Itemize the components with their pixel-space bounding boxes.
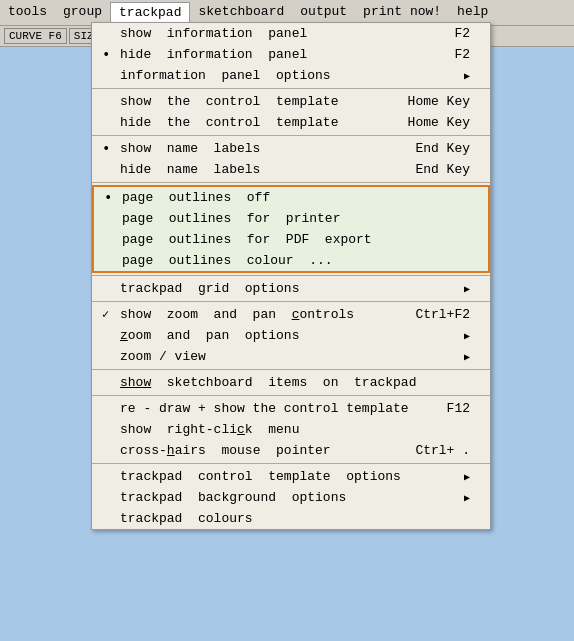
separator-8 — [92, 463, 490, 464]
menu-item-right-click-menu[interactable]: show right-click menu — [92, 419, 490, 440]
menu-item-zoom-options[interactable]: zoom and pan options ▶ — [92, 325, 490, 346]
menu-item-show-info[interactable]: show information panel F2 — [92, 23, 490, 44]
menu-item-label: hide the control template — [120, 115, 338, 130]
menu-item-shortcut: Home Key — [408, 94, 470, 109]
menu-item-label: information panel options — [120, 68, 331, 83]
menu-item-zoom-view[interactable]: zoom / view ▶ — [92, 346, 490, 367]
menu-item-background-options[interactable]: trackpad background options ▶ — [92, 487, 490, 508]
separator-2 — [92, 135, 490, 136]
page-outlines-section: page outlines off page outlines for prin… — [92, 185, 490, 273]
menu-item-label: trackpad background options — [120, 490, 346, 505]
menu-item-label: page outlines colour ... — [122, 253, 333, 268]
menu-item-label: show the control template — [120, 94, 338, 109]
menu-item-label: show information panel — [120, 26, 307, 41]
separator-7 — [92, 395, 490, 396]
menu-item-redraw[interactable]: re - draw + show the control template F1… — [92, 398, 490, 419]
arrow-icon: ▶ — [464, 471, 470, 483]
menu-trackpad[interactable]: trackpad — [110, 2, 190, 23]
menu-item-show-template[interactable]: show the control template Home Key — [92, 91, 490, 112]
separator-4 — [92, 275, 490, 276]
menu-item-label: show sketchboard items on trackpad — [120, 375, 416, 390]
menu-sketchboard[interactable]: sketchboard — [190, 2, 292, 23]
menu-item-label: zoom and pan options — [120, 328, 299, 343]
menu-item-label: show right-click menu — [120, 422, 299, 437]
menu-item-label: trackpad control template options — [120, 469, 401, 484]
menu-item-show-labels[interactable]: show name labels End Key — [92, 138, 490, 159]
separator-3 — [92, 182, 490, 183]
menu-item-label: hide information panel — [120, 47, 307, 62]
menu-item-label: page outlines for PDF export — [122, 232, 372, 247]
menu-print[interactable]: print now! — [355, 2, 449, 23]
menu-item-shortcut: End Key — [415, 141, 470, 156]
menu-item-label: cross-hairs mouse pointer — [120, 443, 331, 458]
menu-tools[interactable]: tools — [0, 2, 55, 23]
menu-item-info-options[interactable]: information panel options ▶ — [92, 65, 490, 86]
arrow-icon: ▶ — [464, 351, 470, 363]
menu-item-label: trackpad colours — [120, 511, 253, 526]
menu-item-label: show name labels — [120, 141, 260, 156]
menu-item-page-outlines-colour[interactable]: page outlines colour ... — [94, 250, 488, 271]
menu-item-label: re - draw + show the control template — [120, 401, 409, 416]
menu-item-label: page outlines for printer — [122, 211, 340, 226]
separator-1 — [92, 88, 490, 89]
menu-item-shortcut: F12 — [447, 401, 470, 416]
menu-item-label: show zoom and pan controls — [120, 307, 354, 322]
menu-item-page-outlines-pdf[interactable]: page outlines for PDF export — [94, 229, 488, 250]
menu-help[interactable]: help — [449, 2, 496, 23]
menu-item-shortcut: F2 — [454, 26, 470, 41]
menu-item-shortcut: Ctrl+ . — [415, 443, 470, 458]
menu-item-label: hide name labels — [120, 162, 260, 177]
menu-output[interactable]: output — [292, 2, 355, 23]
arrow-icon: ▶ — [464, 283, 470, 295]
menu-item-page-outlines-off[interactable]: page outlines off — [94, 187, 488, 208]
menu-item-label: trackpad grid options — [120, 281, 299, 296]
menu-item-crosshairs[interactable]: cross-hairs mouse pointer Ctrl+ . — [92, 440, 490, 461]
separator-6 — [92, 369, 490, 370]
arrow-icon: ▶ — [464, 492, 470, 504]
separator-5 — [92, 301, 490, 302]
menu-item-shortcut: Ctrl+F2 — [415, 307, 470, 322]
arrow-icon: ▶ — [464, 70, 470, 82]
trackpad-dropdown-menu: show information panel F2 hide informati… — [91, 22, 491, 530]
menu-item-label: zoom / view — [120, 349, 206, 364]
curve-button[interactable]: CURVE F6 — [4, 28, 67, 44]
menu-item-grid-options[interactable]: trackpad grid options ▶ — [92, 278, 490, 299]
menu-item-shortcut: End Key — [415, 162, 470, 177]
menu-item-hide-labels[interactable]: hide name labels End Key — [92, 159, 490, 180]
menu-item-hide-template[interactable]: hide the control template Home Key — [92, 112, 490, 133]
menu-item-show-zoom[interactable]: show zoom and pan controls Ctrl+F2 — [92, 304, 490, 325]
menu-item-shortcut: F2 — [454, 47, 470, 62]
menu-item-sketchboard-items[interactable]: show sketchboard items on trackpad — [92, 372, 490, 393]
menu-item-trackpad-colours[interactable]: trackpad colours — [92, 508, 490, 529]
menu-group[interactable]: group — [55, 2, 110, 23]
menu-item-hide-info[interactable]: hide information panel F2 — [92, 44, 490, 65]
menu-item-label: page outlines off — [122, 190, 270, 205]
menu-item-control-template-options[interactable]: trackpad control template options ▶ — [92, 466, 490, 487]
menu-item-shortcut: Home Key — [408, 115, 470, 130]
arrow-icon: ▶ — [464, 330, 470, 342]
menu-item-page-outlines-printer[interactable]: page outlines for printer — [94, 208, 488, 229]
